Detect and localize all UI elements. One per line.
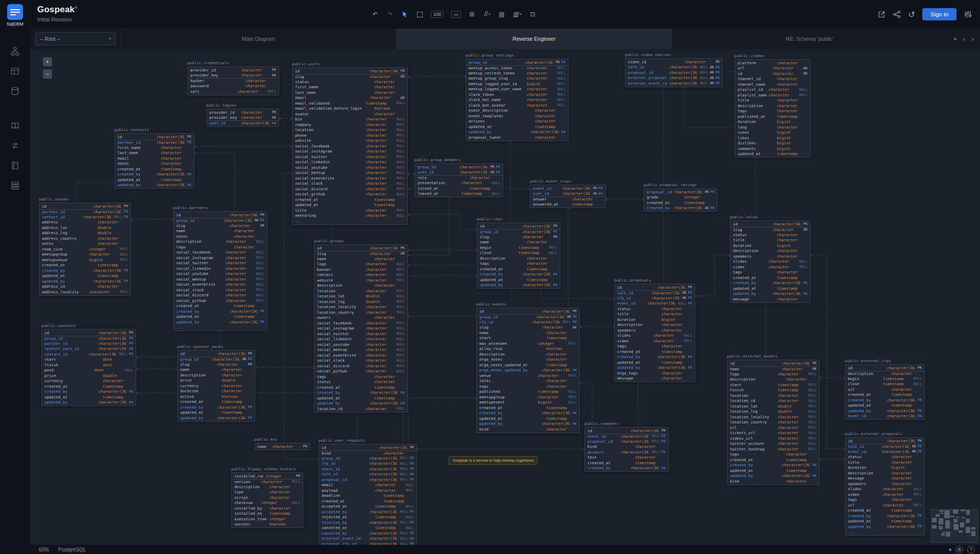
column-social_slack[interactable]: social_slackcharacterNULL [174,287,267,293]
zoom-in-button[interactable]: + [43,57,52,66]
column-talk_id[interactable]: talk_idcharacter(36)NULLFK [319,472,416,477]
column-created_at[interactable]: created_attimestamp [845,392,924,398]
table-group_settings[interactable]: public.group_settingsgroup_idcharacter(3… [465,53,569,141]
table-name[interactable]: public.credentials [187,61,279,65]
column-rejected_by[interactable]: rejected_bycharacter(36)NULLFK [319,520,416,525]
column-sponsor_pack_id[interactable]: sponsor_pack_idcharacter(36)FK [42,346,136,352]
column-group_id[interactable]: group_idcharacter(36)AKFK [477,314,579,320]
table-external_events[interactable]: public.external_eventsidcharacter(36)PKn… [727,354,820,485]
fit-view-icon[interactable]: ▭ [451,11,461,18]
column-location_locality[interactable]: location_localitycharacterNULL [314,305,407,310]
column-status[interactable]: statuscharacter [314,380,407,385]
column-kind[interactable]: kindcharacter [727,479,819,484]
column-created_by[interactable]: created_bycharacter(36)FK [585,466,668,471]
column-video_id[interactable]: video_idcharacterAK [625,59,722,65]
column-social_discord[interactable]: social_discordcharacterNULL [292,186,407,192]
column-start[interactable]: starttimestamp [477,336,579,341]
column-proposal_id[interactable]: proposal_idcharacter(36)NULLAKFK [625,70,722,75]
table-group_members[interactable]: public.group_membersgroup_idcharacter(36… [414,158,503,197]
db-stack-icon[interactable] [11,181,19,190]
column-social_github[interactable]: social_githubcharacterNULL [314,369,407,374]
table-user_requests[interactable]: public.user_requestsidcharacter(36)PKkin… [318,438,417,553]
column-slug[interactable]: slugcharacterAK [178,362,255,367]
column-location[interactable]: locationcharacterNULL [292,128,407,133]
column-group_id[interactable]: group_idcharacter(36)PKFK [466,60,568,65]
column-notes[interactable]: notescharacter [174,234,267,239]
column-actions[interactable]: actionscharacter [466,119,568,124]
column-tags[interactable]: tagscharacter [727,452,819,458]
column-group_id[interactable]: group_idcharacter(36)FK [42,336,136,341]
column-logo[interactable]: logocharacter [174,244,267,250]
column-id[interactable]: idcharacter(36)PK [477,309,579,314]
column-id[interactable]: idcharacter(36)PK [174,212,267,218]
column-event_id[interactable]: event_idcharacter(36)AKFK [845,449,924,455]
select-mode-icon[interactable]: ⠿▾ [483,11,491,18]
column-created_at[interactable]: created_attimestamp [319,498,416,504]
table-name[interactable]: public.partners [173,206,267,210]
column-social_facebook[interactable]: social_facebookcharacterNULL [292,143,407,149]
column-currency[interactable]: currencycharacter [178,383,255,389]
column-social_instagram[interactable]: social_instagramcharacterNULL [174,255,267,261]
column-event_id[interactable]: event_idcharacter(36)FK [845,414,924,419]
column-user_id[interactable]: user_idcharacter(36)PKFK [530,191,605,197]
column-created_by[interactable]: created_bycharacter(36)FK [178,405,255,410]
column-user_id[interactable]: user_idcharacter(36)FK [207,120,279,126]
table-sponsor_packs[interactable]: public.sponsor_packsidcharacter(36)PKgro… [177,344,255,422]
column-allow_rsvp[interactable]: allow_rsvpboolean [477,346,579,352]
zoom-value-box[interactable]: 100 [431,11,444,18]
column-contact_id[interactable]: contact_idcharacter(36)NULLFK [39,214,131,220]
column-tickets_url[interactable]: tickets_urlcharacterNULL [727,431,819,436]
column-updated_at[interactable]: updated_attimestamp [466,124,568,130]
column-playlist_id[interactable]: playlist_idcharacterNULL [735,87,810,93]
column-social_discord[interactable]: social_discordcharacterNULL [174,293,267,298]
column-talk_id[interactable]: talk_idcharacter(36)AKFK [615,290,695,296]
column-social_linkedin[interactable]: social_linkedincharacterNULL [314,337,407,342]
column-slug[interactable]: slugcharacterAK [730,227,810,233]
column-description[interactable]: descriptioncharacter [845,371,924,376]
column-status[interactable]: statuscharacter [292,79,407,85]
column-meetup_logged_user_name[interactable]: meetup_logged_user_namecharacterNULL [466,87,568,92]
column-created_at[interactable]: created_attimestamp [292,197,407,203]
compare-revisions-icon[interactable] [11,141,19,150]
column-created_by[interactable]: created_bycharacter(36)FK [39,268,131,273]
column-created_at[interactable]: created_attimestamp [477,405,579,411]
column-id[interactable]: idcharacter(36)PK [292,68,407,74]
table-name[interactable]: public.cfps [477,217,560,221]
column-email[interactable]: emailcharacterAK [292,95,407,101]
column-group_id[interactable]: group_idcharacter(36)FK [477,229,560,235]
column-id[interactable]: idcharacter(36)PK [845,365,924,371]
column-published[interactable]: publishedtimestampNULL [477,389,579,395]
table-name[interactable]: public.proposal_ratings [644,183,718,187]
column-currency[interactable]: currencycharacter [42,379,136,384]
column-cfp_id[interactable]: cfp_idcharacter(36)NULLFK [477,319,579,325]
column-close[interactable]: closetimestampNULL [477,250,560,256]
column-name[interactable]: namecharacter [314,256,407,262]
column-version[interactable]: versioncharacterNULL [232,479,303,485]
column-avatar[interactable]: avatarcharacter [292,111,407,117]
table-name[interactable]: public.group_members [414,158,503,162]
column-group_id[interactable]: group_idcharacter(36)AKFK [178,357,255,362]
column-provider_key[interactable]: provider_keycharacterPK [207,115,279,121]
column-answered_at[interactable]: answered_attimestamp [530,202,605,208]
column-payload[interactable]: payloadcharacterNULL [319,488,416,493]
column-website[interactable]: websitecharacterNULL [314,278,407,283]
column-event_id[interactable]: event_idcharacter(36)NULLFK [615,301,695,307]
column-password[interactable]: passwordcharacter [188,84,279,89]
column-duration[interactable]: durationcharacter [178,389,255,394]
column-description[interactable]: descriptioncharacter [730,248,810,254]
column-owners[interactable]: ownerscharacter [314,315,407,321]
column-id[interactable]: idcharacter(36)PK [585,428,668,434]
column-created_by[interactable]: created_bycharacter(36)FK [730,281,810,286]
scope-select[interactable]: -- Root -- ▾ [35,32,115,45]
column-title[interactable]: titlecharacterNULL [292,208,407,213]
column-platform[interactable]: platformcharacter [735,60,810,66]
column-twitter_hashtag[interactable]: twitter_hashtagcharacterNULL [727,446,819,452]
prev-tab-icon[interactable]: ‹ [963,35,965,43]
column-id[interactable]: idcharacterAK [735,71,810,77]
column-provider_id[interactable]: provider_idcharacterPK [188,67,279,73]
column-hasher[interactable]: hashercharacter [188,78,279,84]
table-name[interactable]: public.sponsor_packs [177,344,255,349]
table-external_cfps[interactable]: public.external_cfpsidcharacter(36)PKdes… [845,359,925,420]
column-message[interactable]: messagecharacter [730,296,810,302]
column-phone[interactable]: phonecharacterNULL [292,133,407,138]
